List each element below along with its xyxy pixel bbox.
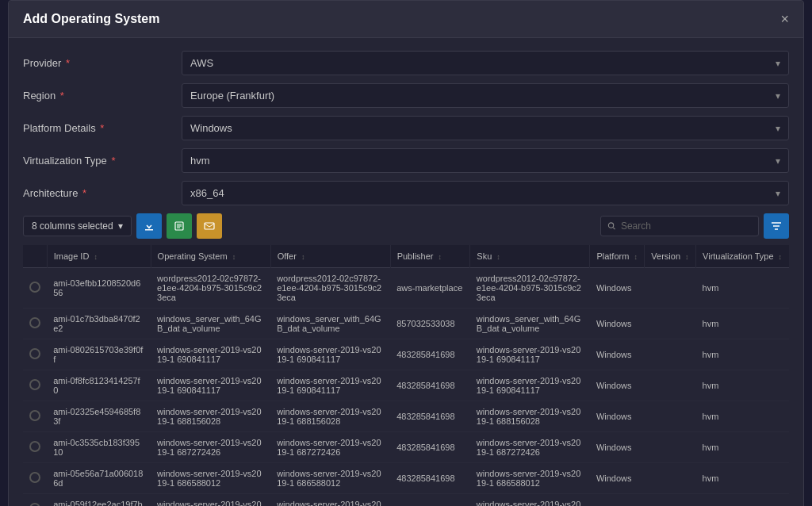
- download-csv-button[interactable]: [136, 213, 162, 239]
- radio-button[interactable]: [29, 379, 40, 390]
- table-row[interactable]: ami-059f12ee2ac19f7bf windows-server-201…: [23, 494, 789, 507]
- columns-select[interactable]: 8 columns selected ▾: [23, 216, 132, 236]
- filter-button[interactable]: [764, 213, 789, 239]
- row-version: [645, 309, 696, 339]
- region-select[interactable]: Europe (Frankfurt) ▾: [182, 83, 789, 108]
- row-publisher: 483285841698: [390, 370, 470, 401]
- sort-icon[interactable]: ↕: [634, 253, 638, 261]
- region-row: Region * Europe (Frankfurt) ▾: [23, 83, 789, 108]
- export-excel-button[interactable]: [167, 213, 192, 239]
- row-image-id: ami-0c3535cb183f39510: [47, 432, 151, 463]
- row-version: [645, 494, 696, 507]
- radio-button[interactable]: [29, 410, 40, 421]
- table-header-row: Image ID ↕ Operating System ↕ Offer ↕ Pu…: [23, 245, 789, 268]
- row-radio-cell[interactable]: [23, 401, 47, 432]
- table-row[interactable]: ami-0802615703e39f0ff windows-server-201…: [23, 339, 789, 370]
- sort-icon[interactable]: ↕: [301, 253, 305, 261]
- row-image-id: ami-059f12ee2ac19f7bf: [47, 494, 151, 507]
- row-version: [645, 401, 696, 432]
- add-os-modal: Add Operating System × Provider * AWS ▾ …: [8, 0, 804, 506]
- row-sku: windows_server_with_64GB_dat a_volume: [470, 309, 590, 339]
- provider-row: Provider * AWS ▾: [23, 51, 789, 75]
- row-platform: Windows: [590, 309, 645, 339]
- row-offer: wordpress2012-02c97872-e1ee-4204-b975-30…: [270, 268, 390, 309]
- os-table: Image ID ↕ Operating System ↕ Offer ↕ Pu…: [23, 245, 789, 506]
- platform-row: Platform Details * Windows ▾: [23, 116, 789, 140]
- col-image-id: Image ID ↕: [47, 245, 151, 268]
- row-radio-cell[interactable]: [23, 463, 47, 494]
- provider-select[interactable]: AWS ▾: [182, 51, 789, 75]
- modal-title: Add Operating System: [23, 12, 159, 26]
- row-sku: windows-server-2019-vs2019-1 686588012: [470, 494, 590, 507]
- platform-label: Platform Details *: [23, 122, 182, 134]
- row-publisher: 483285841698: [390, 432, 470, 463]
- row-version: [645, 268, 696, 309]
- row-platform: Windows: [590, 432, 645, 463]
- row-platform: Windows: [590, 401, 645, 432]
- svg-rect-1: [205, 223, 214, 229]
- send-email-button[interactable]: [197, 213, 222, 239]
- row-sku: wordpress2012-02c97872-e1ee-4204-b975-30…: [470, 268, 590, 309]
- sort-icon[interactable]: ↕: [779, 253, 783, 261]
- row-platform: Windows: [590, 494, 645, 507]
- row-sku: windows-server-2019-vs2019-1 688156028: [470, 401, 590, 432]
- row-radio-cell[interactable]: [23, 309, 47, 339]
- radio-button[interactable]: [29, 472, 40, 483]
- row-offer: windows-server-2019-vs2019-1 690841117: [270, 370, 390, 401]
- row-offer: windows_server_with_64GB_dat a_volume: [270, 309, 390, 339]
- row-platform: Windows: [590, 268, 645, 309]
- col-virtualization-type: Virtualization Type ↕: [696, 245, 789, 268]
- row-publisher: 483285841698: [390, 401, 470, 432]
- row-os: windows-server-2019-vs2019-1 687272426: [151, 432, 270, 463]
- table-row[interactable]: ami-01c7b3dba8470f2e2 windows_server_wit…: [23, 309, 789, 339]
- table-row[interactable]: ami-05e56a71a0060186d windows-server-201…: [23, 463, 789, 494]
- table-toolbar: 8 columns selected ▾: [23, 213, 789, 239]
- table-row[interactable]: ami-0c3535cb183f39510 windows-server-201…: [23, 432, 789, 463]
- sort-icon[interactable]: ↕: [439, 253, 442, 261]
- radio-button[interactable]: [29, 441, 40, 452]
- platform-select[interactable]: Windows ▾: [182, 116, 789, 140]
- row-radio-cell[interactable]: [23, 268, 47, 309]
- row-version: [645, 432, 696, 463]
- row-radio-cell[interactable]: [23, 339, 47, 370]
- table-row[interactable]: ami-0f8fc8123414257f0 windows-server-201…: [23, 370, 789, 401]
- row-os: windows-server-2019-vs2019-1 686588012: [151, 494, 270, 507]
- row-publisher: 483285841698: [390, 463, 470, 494]
- table-row[interactable]: ami-02325e4594685f83f windows-server-201…: [23, 401, 789, 432]
- row-sku: windows-server-2019-vs2019-1 686588012: [470, 463, 590, 494]
- sort-icon[interactable]: ↕: [232, 253, 236, 261]
- row-radio-cell[interactable]: [23, 432, 47, 463]
- search-wrapper: [600, 216, 759, 236]
- search-icon: [607, 221, 616, 231]
- provider-label: Provider *: [23, 57, 182, 69]
- architecture-select[interactable]: x86_64 ▾: [182, 181, 789, 205]
- search-input[interactable]: [621, 220, 752, 232]
- search-area: [600, 213, 789, 239]
- radio-button[interactable]: [29, 317, 40, 328]
- row-platform: Windows: [590, 339, 645, 370]
- virtualization-row: Virtualization Type * hvm ▾: [23, 148, 789, 173]
- sort-icon[interactable]: ↕: [685, 253, 689, 261]
- chevron-down-icon: ▾: [776, 123, 780, 134]
- row-version: [645, 339, 696, 370]
- sort-icon[interactable]: ↕: [496, 253, 500, 261]
- row-radio-cell[interactable]: [23, 494, 47, 507]
- row-platform: Windows: [590, 370, 645, 401]
- download-csv-icon: [144, 220, 155, 232]
- modal-body: Provider * AWS ▾ Region * Europe (Frankf…: [9, 38, 803, 506]
- row-image-id: ami-0802615703e39f0ff: [47, 339, 151, 370]
- row-radio-cell[interactable]: [23, 370, 47, 401]
- row-os: windows-server-2019-vs2019-1 690841117: [151, 339, 270, 370]
- row-os: wordpress2012-02c97872-e1ee-4204-b975-30…: [151, 268, 270, 309]
- export-excel-icon: [174, 220, 185, 232]
- row-vtype: hvm: [696, 494, 789, 507]
- sort-icon[interactable]: ↕: [94, 253, 98, 261]
- radio-button[interactable]: [29, 503, 40, 506]
- table-row[interactable]: ami-03efbb1208520d656 wordpress2012-02c9…: [23, 268, 789, 309]
- row-os: windows-server-2019-vs2019-1 686588012: [151, 463, 270, 494]
- radio-button[interactable]: [29, 282, 40, 293]
- col-platform: Platform ↕: [590, 245, 645, 268]
- virtualization-select[interactable]: hvm ▾: [182, 148, 789, 173]
- radio-button[interactable]: [29, 348, 40, 359]
- close-button[interactable]: ×: [780, 12, 789, 26]
